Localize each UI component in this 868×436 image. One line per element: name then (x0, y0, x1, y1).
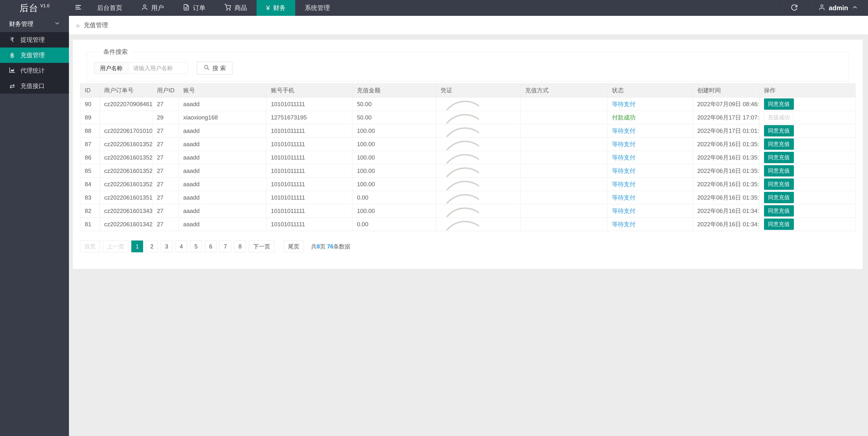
cell-id: 87 (80, 138, 100, 151)
voucher-image-placeholder[interactable] (438, 152, 479, 164)
user-icon (141, 4, 148, 12)
topnav-system[interactable]: 系统管理 (295, 0, 340, 16)
approve-recharge-button[interactable]: 同意充值 (764, 152, 794, 163)
cell-amount: 100.00 (352, 138, 436, 151)
search-input[interactable] (129, 62, 188, 74)
topbar-right: admin (780, 0, 868, 16)
approve-recharge-button[interactable]: 同意充值 (764, 98, 794, 110)
table-row: 86cz2022061601352...27aaadd1010101111110… (80, 151, 856, 164)
voucher-image-placeholder[interactable] (438, 125, 479, 137)
topnav-products[interactable]: 商品 (215, 0, 256, 16)
cell-voucher (436, 124, 521, 138)
cell-amount: 50.00 (352, 97, 436, 111)
topnav-system-label: 系统管理 (305, 4, 330, 12)
page-last-button[interactable]: 尾页 (284, 240, 304, 252)
breadcrumb-chevron-icon: » (76, 21, 80, 29)
page-number-button-5[interactable]: 5 (190, 240, 202, 252)
status-text: 等待支付 (612, 207, 636, 214)
cell-order_no: cz2022061601351... (99, 191, 152, 204)
table-row: 82cz2022061601343...27aaadd1010101111110… (80, 204, 856, 217)
page-next-button[interactable]: 下一页 (249, 240, 274, 252)
page-number-button-7[interactable]: 7 (219, 240, 231, 252)
voucher-image-placeholder[interactable] (438, 98, 479, 110)
page-number-button-1[interactable]: 1 (131, 240, 143, 252)
topnav-home[interactable]: 后台首页 (88, 0, 132, 16)
sidebar-toggle-button[interactable] (69, 0, 88, 16)
cell-method (521, 151, 608, 164)
voucher-image-placeholder[interactable] (438, 205, 479, 217)
approve-recharge-button[interactable]: 同意充值 (764, 192, 794, 203)
cell-account: xiaoxiong168 (179, 111, 266, 124)
topnav-finance[interactable]: ¥ 财务 (256, 0, 295, 16)
pagination-summary: 共8页 76条数据 (311, 243, 350, 250)
cell-status: 等待支付 (608, 204, 692, 217)
voucher-image-placeholder[interactable] (438, 165, 479, 177)
summary-total-records: 76 (327, 243, 333, 250)
cell-voucher (436, 191, 521, 204)
cell-voucher (436, 178, 521, 191)
cell-status: 等待支付 (608, 97, 692, 111)
approve-recharge-button[interactable]: 同意充值 (764, 165, 794, 176)
search-button[interactable]: 搜 索 (197, 62, 232, 75)
cell-account: aaadd (179, 191, 266, 204)
cell-created-at: 2022年06月16日 01:35:22 (692, 178, 759, 191)
summary-pages-word: 页 (320, 243, 326, 250)
topnav-users[interactable]: 用户 (132, 0, 174, 16)
sidebar-item-recharge[interactable]: ฿ 充值管理 (0, 48, 69, 63)
yuan-icon: ¥ (266, 4, 270, 12)
page-number-button-2[interactable]: 2 (146, 240, 158, 252)
column-header-2: 用户ID (152, 84, 179, 97)
topnav-finance-label: 财务 (273, 4, 286, 12)
cell-user_id: 27 (152, 124, 179, 138)
page-number-button-6[interactable]: 6 (205, 240, 217, 252)
cell-phone: 10101011111 (266, 191, 352, 204)
main-content: » 充值管理 条件搜索 用户名称 搜 索 (69, 16, 868, 269)
approve-recharge-button[interactable]: 同意充值 (764, 139, 794, 150)
cell-user_id: 27 (152, 217, 179, 231)
cell-account: aaadd (179, 124, 266, 138)
sidebar-item-withdraw[interactable]: ₹ 提现管理 (0, 32, 69, 48)
cell-order_no: cz2022061601352... (99, 164, 152, 178)
cell-created-at: 2022年06月16日 01:34:27 (692, 217, 759, 231)
approve-recharge-button[interactable]: 同意充值 (764, 178, 794, 190)
page-number-button-4[interactable]: 4 (176, 240, 187, 252)
page-number-button-8[interactable]: 8 (234, 240, 246, 252)
status-text: 付款成功 (612, 114, 636, 121)
topnav-orders[interactable]: 订单 (174, 0, 215, 16)
cell-amount: 100.00 (352, 164, 436, 178)
search-fieldset: 条件搜索 用户名称 搜 索 (87, 48, 849, 82)
table-row: 83cz2022061601351...27aaadd101010111110.… (80, 191, 856, 204)
cell-action: 充值成功 (759, 111, 855, 124)
voucher-image-placeholder[interactable] (438, 139, 479, 150)
voucher-image-placeholder[interactable] (438, 178, 479, 190)
sidebar-item-agent-stats[interactable]: 代理统计 (0, 63, 69, 78)
voucher-image-placeholder[interactable] (438, 112, 479, 123)
status-text: 等待支付 (612, 101, 636, 108)
column-header-4: 账号手机 (266, 84, 352, 97)
cell-voucher (436, 204, 521, 217)
cell-phone: 10101011111 (266, 138, 352, 151)
sidebar-group-finance[interactable]: 财务管理 (0, 16, 69, 32)
status-text: 等待支付 (612, 141, 636, 147)
cell-voucher (436, 217, 521, 231)
sidebar-item-recharge-api[interactable]: ⇄ 充值接口 (0, 78, 69, 94)
cell-id: 90 (80, 97, 100, 111)
cell-phone: 10101011111 (266, 164, 352, 178)
cell-method (521, 204, 608, 217)
status-text: 等待支付 (612, 221, 636, 228)
user-menu[interactable]: admin (809, 0, 868, 16)
refresh-button[interactable] (780, 0, 809, 16)
approve-recharge-button[interactable]: 同意充值 (764, 125, 794, 137)
cell-voucher (436, 164, 521, 178)
page-first-button: 首页 (80, 240, 100, 252)
cell-order_no: cz2022061601352... (99, 151, 152, 164)
cell-id: 86 (80, 151, 100, 164)
approve-recharge-button[interactable]: 同意充值 (764, 219, 794, 230)
cell-user_id: 27 (152, 191, 179, 204)
voucher-image-placeholder[interactable] (438, 219, 479, 230)
approve-recharge-button[interactable]: 同意充值 (764, 205, 794, 216)
cell-order_no: cz2022070908461... (99, 97, 152, 111)
page-number-button-3[interactable]: 3 (161, 240, 173, 252)
status-text: 等待支付 (612, 154, 636, 161)
voucher-image-placeholder[interactable] (438, 192, 479, 204)
